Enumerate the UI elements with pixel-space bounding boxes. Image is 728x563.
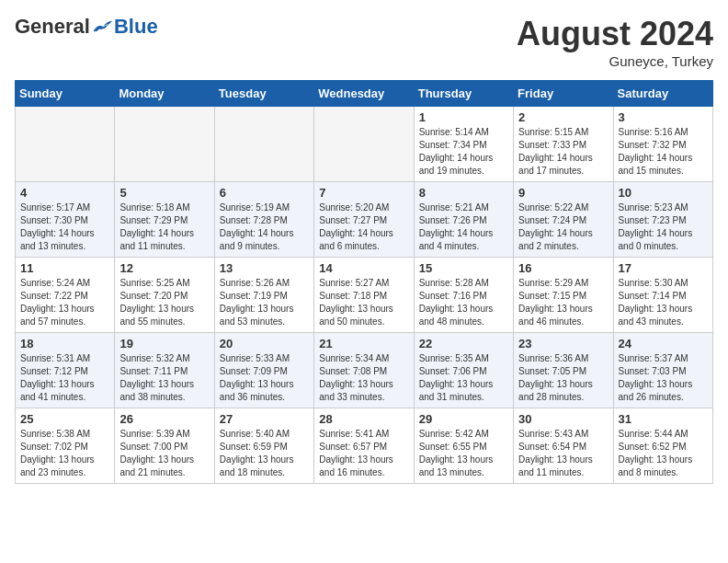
day-info: Sunrise: 5:25 AM Sunset: 7:20 PM Dayligh… [119, 277, 209, 328]
day-info: Sunrise: 5:30 AM Sunset: 7:14 PM Dayligh… [619, 277, 708, 328]
logo-bird-icon [92, 17, 114, 36]
calendar-cell: 11Sunrise: 5:24 AM Sunset: 7:22 PM Dayli… [16, 258, 115, 333]
calendar-cell: 29Sunrise: 5:42 AM Sunset: 6:55 PM Dayli… [414, 408, 513, 484]
day-number: 30 [518, 412, 608, 426]
day-info: Sunrise: 5:14 AM Sunset: 7:34 PM Dayligh… [419, 126, 508, 178]
day-number: 7 [319, 186, 408, 200]
calendar-cell: 19Sunrise: 5:32 AM Sunset: 7:11 PM Dayli… [115, 333, 214, 408]
day-info: Sunrise: 5:32 AM Sunset: 7:11 PM Dayligh… [119, 352, 209, 404]
day-number: 29 [419, 412, 508, 426]
calendar-cell: 13Sunrise: 5:26 AM Sunset: 7:19 PM Dayli… [214, 258, 313, 333]
day-info: Sunrise: 5:39 AM Sunset: 7:00 PM Dayligh… [119, 428, 209, 479]
day-number: 27 [220, 412, 309, 426]
day-number: 21 [319, 337, 408, 350]
day-number: 31 [619, 412, 708, 426]
col-header-tuesday: Tuesday [214, 81, 313, 107]
day-info: Sunrise: 5:22 AM Sunset: 7:24 PM Dayligh… [518, 201, 608, 253]
calendar-cell: 23Sunrise: 5:36 AM Sunset: 7:05 PM Dayli… [514, 333, 613, 408]
day-number: 16 [518, 261, 608, 275]
day-number: 4 [20, 186, 109, 200]
day-number: 24 [619, 337, 708, 350]
day-info: Sunrise: 5:29 AM Sunset: 7:15 PM Dayligh… [518, 277, 608, 328]
calendar-cell: 21Sunrise: 5:34 AM Sunset: 7:08 PM Dayli… [314, 333, 414, 408]
day-info: Sunrise: 5:26 AM Sunset: 7:19 PM Dayligh… [220, 277, 309, 328]
calendar-cell: 6Sunrise: 5:19 AM Sunset: 7:28 PM Daylig… [214, 182, 313, 258]
day-number: 3 [619, 110, 708, 124]
day-info: Sunrise: 5:18 AM Sunset: 7:29 PM Dayligh… [119, 201, 209, 253]
day-info: Sunrise: 5:20 AM Sunset: 7:27 PM Dayligh… [319, 201, 408, 253]
calendar-cell [115, 107, 214, 182]
day-info: Sunrise: 5:38 AM Sunset: 7:02 PM Dayligh… [20, 428, 109, 479]
logo: General Blue [15, 15, 158, 39]
day-info: Sunrise: 5:34 AM Sunset: 7:08 PM Dayligh… [319, 352, 408, 404]
day-number: 10 [619, 186, 708, 200]
calendar-cell: 24Sunrise: 5:37 AM Sunset: 7:03 PM Dayli… [613, 333, 712, 408]
day-number: 1 [419, 110, 508, 124]
day-info: Sunrise: 5:41 AM Sunset: 6:57 PM Dayligh… [319, 428, 408, 479]
day-info: Sunrise: 5:36 AM Sunset: 7:05 PM Dayligh… [518, 352, 608, 404]
calendar-cell: 25Sunrise: 5:38 AM Sunset: 7:02 PM Dayli… [16, 408, 115, 484]
calendar-cell: 26Sunrise: 5:39 AM Sunset: 7:00 PM Dayli… [115, 408, 214, 484]
day-number: 20 [220, 337, 309, 350]
calendar-cell: 14Sunrise: 5:27 AM Sunset: 7:18 PM Dayli… [314, 258, 414, 333]
day-info: Sunrise: 5:17 AM Sunset: 7:30 PM Dayligh… [20, 201, 109, 253]
calendar-cell: 4Sunrise: 5:17 AM Sunset: 7:30 PM Daylig… [16, 182, 115, 258]
day-number: 8 [419, 186, 508, 200]
day-number: 5 [119, 186, 209, 200]
day-number: 19 [119, 337, 209, 350]
day-number: 22 [419, 337, 508, 350]
day-info: Sunrise: 5:42 AM Sunset: 6:55 PM Dayligh… [419, 428, 508, 479]
calendar-cell: 27Sunrise: 5:40 AM Sunset: 6:59 PM Dayli… [214, 408, 313, 484]
calendar-cell: 8Sunrise: 5:21 AM Sunset: 7:26 PM Daylig… [414, 182, 513, 258]
day-number: 26 [119, 412, 209, 426]
col-header-thursday: Thursday [414, 81, 513, 107]
day-number: 28 [319, 412, 408, 426]
month-title: August 2024 [517, 15, 713, 53]
calendar-cell: 1Sunrise: 5:14 AM Sunset: 7:34 PM Daylig… [414, 107, 513, 182]
title-block: August 2024 Guneyce, Turkey [517, 15, 713, 69]
col-header-saturday: Saturday [613, 81, 712, 107]
day-number: 14 [319, 261, 408, 275]
calendar-cell: 5Sunrise: 5:18 AM Sunset: 7:29 PM Daylig… [115, 182, 214, 258]
day-number: 18 [20, 337, 109, 350]
day-info: Sunrise: 5:28 AM Sunset: 7:16 PM Dayligh… [419, 277, 508, 328]
calendar-cell: 9Sunrise: 5:22 AM Sunset: 7:24 PM Daylig… [514, 182, 613, 258]
day-number: 6 [220, 186, 309, 200]
day-info: Sunrise: 5:16 AM Sunset: 7:32 PM Dayligh… [619, 126, 708, 178]
day-info: Sunrise: 5:23 AM Sunset: 7:23 PM Dayligh… [619, 201, 708, 253]
day-number: 11 [20, 261, 109, 275]
calendar-cell [314, 107, 414, 182]
calendar-header-row: SundayMondayTuesdayWednesdayThursdayFrid… [16, 81, 713, 107]
day-info: Sunrise: 5:40 AM Sunset: 6:59 PM Dayligh… [220, 428, 309, 479]
logo-general-text: General [15, 15, 90, 39]
day-number: 25 [20, 412, 109, 426]
calendar-cell: 22Sunrise: 5:35 AM Sunset: 7:06 PM Dayli… [414, 333, 513, 408]
calendar-cell [16, 107, 115, 182]
day-info: Sunrise: 5:31 AM Sunset: 7:12 PM Dayligh… [20, 352, 109, 404]
location-subtitle: Guneyce, Turkey [517, 53, 713, 69]
day-number: 12 [119, 261, 209, 275]
calendar-week-row: 4Sunrise: 5:17 AM Sunset: 7:30 PM Daylig… [16, 182, 713, 258]
day-info: Sunrise: 5:43 AM Sunset: 6:54 PM Dayligh… [518, 428, 608, 479]
calendar-cell: 17Sunrise: 5:30 AM Sunset: 7:14 PM Dayli… [613, 258, 712, 333]
calendar-cell: 31Sunrise: 5:44 AM Sunset: 6:52 PM Dayli… [613, 408, 712, 484]
day-info: Sunrise: 5:15 AM Sunset: 7:33 PM Dayligh… [518, 126, 608, 178]
day-info: Sunrise: 5:21 AM Sunset: 7:26 PM Dayligh… [419, 201, 508, 253]
day-info: Sunrise: 5:44 AM Sunset: 6:52 PM Dayligh… [619, 428, 708, 479]
calendar-cell: 3Sunrise: 5:16 AM Sunset: 7:32 PM Daylig… [613, 107, 712, 182]
day-info: Sunrise: 5:37 AM Sunset: 7:03 PM Dayligh… [619, 352, 708, 404]
col-header-monday: Monday [115, 81, 214, 107]
day-info: Sunrise: 5:24 AM Sunset: 7:22 PM Dayligh… [20, 277, 109, 328]
calendar-cell [214, 107, 313, 182]
calendar-cell: 12Sunrise: 5:25 AM Sunset: 7:20 PM Dayli… [115, 258, 214, 333]
day-info: Sunrise: 5:19 AM Sunset: 7:28 PM Dayligh… [220, 201, 309, 253]
calendar-week-row: 18Sunrise: 5:31 AM Sunset: 7:12 PM Dayli… [16, 333, 713, 408]
day-number: 23 [518, 337, 608, 350]
day-number: 9 [518, 186, 608, 200]
calendar-cell: 2Sunrise: 5:15 AM Sunset: 7:33 PM Daylig… [514, 107, 613, 182]
day-number: 2 [518, 110, 608, 124]
page-header: General Blue August 2024 Guneyce, Turkey [15, 15, 713, 69]
day-number: 15 [419, 261, 508, 275]
calendar-week-row: 1Sunrise: 5:14 AM Sunset: 7:34 PM Daylig… [16, 107, 713, 182]
calendar-cell: 28Sunrise: 5:41 AM Sunset: 6:57 PM Dayli… [314, 408, 414, 484]
